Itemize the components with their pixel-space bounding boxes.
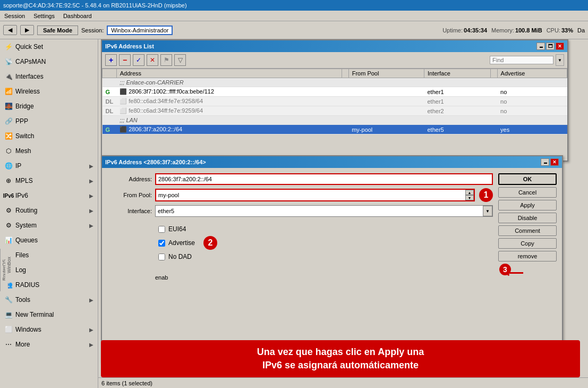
from-pool-input[interactable] — [156, 190, 465, 200]
sidebar-item-files[interactable]: 📁 Files — [0, 248, 98, 263]
main-layout: ⚡ Quick Set 📡 CAPsMAN 🔌 Interfaces 📶 Wir… — [0, 39, 588, 388]
interface-label: Interface: — [107, 208, 155, 214]
ipv6-list-controls: 🗕 🗖 ✕ — [536, 43, 564, 50]
session-input[interactable]: Winbox-Administrador — [107, 26, 173, 35]
filter-button[interactable]: ▽ — [174, 54, 186, 66]
disable-button[interactable]: Disable — [498, 213, 557, 223]
col-header-address: Address — [116, 69, 342, 78]
cancel-button[interactable]: Cancel — [498, 187, 557, 198]
advertise-checkbox[interactable] — [158, 240, 165, 247]
row-address: ⬜ fe80::c6ad:34ff:fe7e:9259/64 — [116, 106, 342, 116]
winbox-watermark: WinBox — [5, 249, 13, 281]
eui64-checkbox[interactable] — [158, 226, 165, 233]
table-row[interactable]: ;;; Enlace-con-CARRIER — [103, 78, 567, 87]
eui64-row: EUI64 — [107, 225, 493, 233]
flag-button[interactable]: ⚑ — [160, 54, 172, 66]
no-dad-checkbox[interactable] — [158, 254, 165, 260]
ipv6-addr-controls: 🗕 ✕ — [541, 158, 559, 166]
find-input[interactable] — [490, 56, 553, 64]
menu-dashboard[interactable]: Dashboard — [61, 13, 94, 19]
sidebar-item-new-terminal[interactable]: 💻 New Terminal — [0, 307, 98, 322]
table-row[interactable]: G ⬛ 2806:3f7:1002::ffff:f0ca:bebe/112 et… — [103, 87, 567, 97]
sidebar-item-quick-set[interactable]: ⚡ Quick Set — [0, 39, 98, 54]
sidebar-item-wireless[interactable]: 📶 Wireless — [0, 84, 98, 99]
row-interface: ether1 — [424, 97, 491, 106]
sidebar-item-switch[interactable]: 🔀 Switch — [0, 129, 98, 144]
find-dropdown-btn[interactable]: ▼ — [556, 54, 564, 66]
sidebar-label-system: System — [15, 222, 37, 229]
table-container: Address From Pool Interface Advertise ;;… — [102, 69, 567, 159]
row-sep — [342, 97, 348, 106]
capsman-icon: 📡 — [4, 57, 13, 66]
sidebar-item-system[interactable]: ⚙ System ▶ — [0, 218, 98, 233]
tools-arrow-icon: ▶ — [89, 297, 93, 303]
from-pool-down[interactable]: ▼ — [465, 195, 474, 200]
sidebar-item-mesh[interactable]: ⬡ Mesh — [0, 144, 98, 158]
safe-mode-button[interactable]: Safe Mode — [37, 26, 78, 35]
sidebar-item-ppp[interactable]: 🔗 PPP — [0, 114, 98, 129]
check-button[interactable]: ✓ — [133, 54, 144, 66]
interface-dropdown-btn[interactable]: ▼ — [483, 206, 492, 216]
sidebar-item-queues[interactable]: 📊 Queues — [0, 233, 98, 248]
row-sep2 — [490, 87, 497, 97]
row-flag: DL — [103, 106, 117, 116]
ipv6-list-minimize[interactable]: 🗕 — [536, 43, 545, 50]
red-banner-line1: Una vez que hagas clic en Apply una — [257, 347, 424, 357]
ok-button[interactable]: OK — [498, 173, 557, 185]
status-text: 6 items (1 selected) — [101, 380, 152, 386]
table-row[interactable]: DL ⬜ fe80::c6ad:34ff:fe7e:9258/64 ether1… — [103, 97, 567, 106]
uptime-label: Uptime: — [442, 27, 463, 33]
copy-button[interactable]: Copy — [498, 238, 557, 249]
sidebar-label-windows: Windows — [15, 326, 41, 333]
ipv6-list-maximize[interactable]: 🗖 — [546, 43, 555, 50]
from-pool-up[interactable]: ▲ — [465, 190, 474, 195]
advertise-row: Advertise 2 — [107, 236, 493, 250]
sidebar-label-radius: RADIUS — [15, 281, 39, 289]
menu-bar: Session Settings Dashboard — [0, 11, 588, 21]
ipv6-list-toolbar: + − ✓ ✕ ⚑ ▽ ▼ — [102, 52, 567, 69]
sidebar-label-mpls: MPLS — [15, 177, 33, 184]
address-input[interactable] — [155, 173, 493, 185]
table-row-selected[interactable]: G ⬛ 2806:3f7:a200:2::/64 my-pool ether5 … — [103, 125, 567, 134]
menu-session[interactable]: Session — [2, 13, 27, 19]
table-row[interactable]: DL ⬜ fe80::c6ad:34ff:fe7e:9259/64 ether2… — [103, 106, 567, 116]
ipv6-list-close[interactable]: ✕ — [556, 43, 564, 50]
sidebar-label-ipv6: IPv6 — [15, 192, 28, 199]
ipv6-addr-window: IPv6 Address <2806:3f7:a200:2::/64> 🗕 ✕ … — [101, 155, 563, 362]
col-header-from-pool: From Pool — [348, 69, 424, 78]
sidebar-item-routing[interactable]: ⚙ Routing ▶ — [0, 203, 98, 218]
sidebar-item-interfaces[interactable]: 🔌 Interfaces — [0, 69, 98, 84]
ipv6-addr-close[interactable]: ✕ — [550, 158, 559, 166]
sidebar-label-switch: Switch — [15, 132, 34, 140]
sidebar-item-log[interactable]: 📋 Log — [0, 263, 98, 277]
switch-icon: 🔀 — [4, 132, 13, 140]
ipv6-list-title: IPv6 Address List — [105, 43, 154, 49]
sidebar-item-more[interactable]: ⋯ More ▶ — [0, 337, 98, 352]
table-row[interactable]: ;;; LAN — [103, 116, 567, 125]
interface-input[interactable] — [156, 206, 483, 216]
ipv6-addr-minimize[interactable]: 🗕 — [541, 158, 549, 166]
more-icon: ⋯ — [4, 340, 13, 349]
sidebar-item-ip[interactable]: 🌐 IP ▶ — [0, 158, 98, 173]
sidebar-item-mpls[interactable]: ⊕ MPLS ▶ — [0, 173, 98, 188]
add-button[interactable]: + — [105, 54, 117, 66]
sidebar-item-ipv6[interactable]: IPv6 IPv6 ▶ — [0, 188, 98, 203]
row-flag — [103, 78, 117, 87]
sidebar-item-windows[interactable]: ⬜ Windows ▶ — [0, 322, 98, 337]
sidebar-item-capsman[interactable]: 📡 CAPsMAN — [0, 54, 98, 69]
remove-button[interactable]: − — [119, 54, 131, 66]
back-button[interactable]: ◀ — [3, 25, 17, 35]
forward-button[interactable]: ▶ — [20, 25, 34, 35]
apply-button[interactable]: Apply — [498, 200, 557, 210]
row-from-pool — [348, 106, 424, 116]
row-sep2 — [490, 125, 497, 134]
address-label: Address: — [107, 176, 155, 182]
menu-settings[interactable]: Settings — [31, 13, 57, 19]
sidebar-item-bridge[interactable]: 🌉 Bridge — [0, 99, 98, 114]
ppp-icon: 🔗 — [4, 117, 13, 125]
sidebar-item-radius[interactable]: 👥 RADIUS — [0, 277, 98, 292]
sidebar-item-tools[interactable]: 🔧 Tools ▶ — [0, 292, 98, 307]
cross-button[interactable]: ✕ — [147, 54, 158, 66]
remove-button[interactable]: remove — [498, 251, 557, 262]
comment-button[interactable]: Comment — [498, 225, 557, 236]
